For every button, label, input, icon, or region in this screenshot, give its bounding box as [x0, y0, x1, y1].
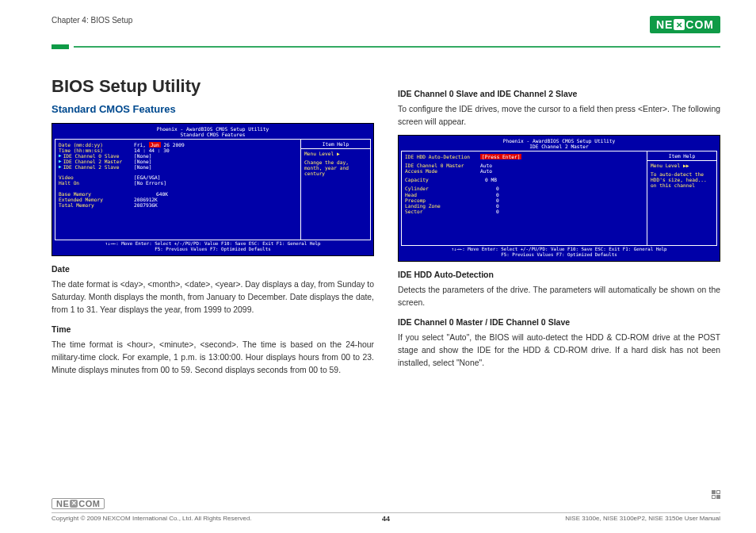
page-header: Chapter 4: BIOS Setup NE✕COM [52, 16, 720, 43]
bios-screen-ide: Phoenix - AwardBIOS CMOS Setup Utility I… [398, 135, 720, 262]
columns: BIOS Setup Utility Standard CMOS Feature… [52, 59, 720, 383]
master-slave-head: IDE Channel 0 Master / IDE Channel 0 Sla… [398, 317, 720, 327]
bios-help-pane: Item Help Menu Level ▶▶ To auto-detect t… [647, 151, 716, 245]
autodetect-head: IDE HDD Auto-Detection [398, 270, 720, 279]
footer-logo: NE✕COM [52, 498, 105, 509]
logo-x-icon: ✕ [674, 19, 685, 30]
brand-logo: NE✕COM [650, 16, 720, 33]
header-divider [52, 44, 720, 49]
bios-panel: Date (mm:dd:yy) Fri, Jun 26 2009 Time (h… [55, 139, 371, 240]
left-column: BIOS Setup Utility Standard CMOS Feature… [52, 59, 374, 383]
bios-left-pane: Date (mm:dd:yy) Fri, Jun 26 2009 Time (h… [55, 140, 300, 240]
bios-screen-cmos: Phoenix - AwardBIOS CMOS Setup Utility S… [52, 123, 374, 256]
section-heading: Standard CMOS Features [52, 103, 374, 115]
press-enter-highlight: [Press Enter] [480, 154, 521, 159]
footer-product: NISE 3100e, NISE 3100eP2, NISE 3150e Use… [565, 515, 720, 522]
bios-left-pane: IDE HDD Auto-Detection[Press Enter] IDE … [402, 151, 647, 245]
master-slave-body: If you select "Auto", the BIOS will auto… [398, 332, 720, 370]
logo-x-icon: ✕ [70, 500, 78, 508]
divider-block [52, 44, 69, 49]
page: Chapter 4: BIOS Setup NE✕COM BIOS Setup … [0, 0, 756, 533]
time-body: The time format is <hour>, <minute>, <se… [52, 339, 374, 377]
footer-row: Copyright © 2009 NEXCOM International Co… [52, 515, 720, 522]
page-number: 44 [382, 515, 390, 523]
divider-line [74, 46, 720, 48]
bios-help-pane: Item Help Menu Level ▶ Change the day, m… [300, 140, 370, 240]
date-subhead: Date [52, 264, 374, 274]
date-highlight: Jun [149, 142, 161, 148]
main-heading: BIOS Setup Utility [52, 76, 374, 97]
bios-footer: ↑↓→←: Move Enter: Select +/-/PU/PD: Valu… [401, 246, 717, 259]
time-subhead: Time [52, 324, 374, 334]
triangle-icon: ▶ [59, 164, 62, 170]
ide-slave-body: To configure the IDE drives, move the cu… [398, 103, 720, 128]
autodetect-body: Detects the parameters of the drive. The… [398, 284, 720, 309]
chapter-title: Chapter 4: BIOS Setup [52, 16, 132, 25]
bios-footer: ↑↓→←: Move Enter: Select +/-/PU/PD: Valu… [55, 240, 371, 253]
right-column: IDE Channel 0 Slave and IDE Channel 2 Sl… [398, 59, 720, 383]
bios-title: Phoenix - AwardBIOS CMOS Setup Utility S… [55, 126, 371, 139]
bios-title: Phoenix - AwardBIOS CMOS Setup Utility I… [401, 138, 717, 151]
footer-squares-icon [712, 490, 720, 499]
copyright: Copyright © 2009 NEXCOM International Co… [52, 515, 252, 522]
ide-slave-head: IDE Channel 0 Slave and IDE Channel 2 Sl… [398, 89, 720, 98]
date-body: The date format is <day>, <month>, <date… [52, 278, 374, 316]
page-footer: NE✕COM Copyright © 2009 NEXCOM Internati… [52, 498, 720, 522]
footer-divider [52, 512, 720, 513]
bios-panel: IDE HDD Auto-Detection[Press Enter] IDE … [401, 151, 717, 246]
